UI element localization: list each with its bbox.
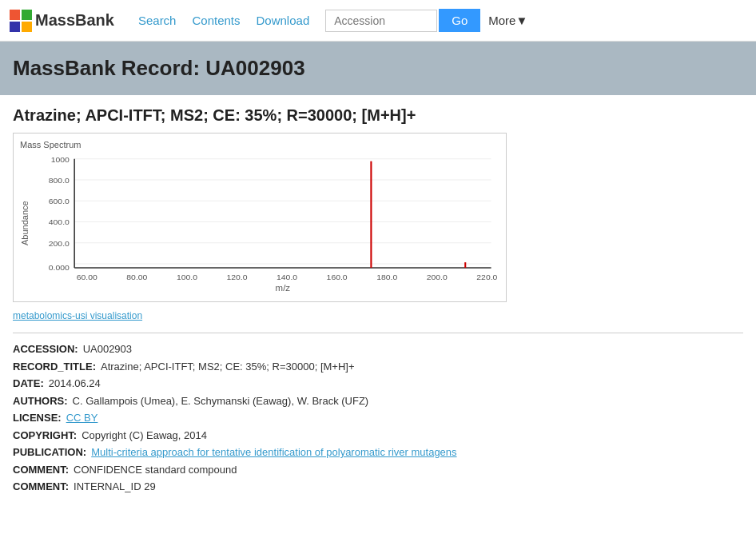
svg-rect-2	[10, 22, 20, 32]
svg-text:200.0: 200.0	[49, 239, 70, 248]
comment1-value: CONFIDENCE standard compound	[74, 462, 237, 478]
navbar: MassBank Search Contents Download Go Mor…	[0, 0, 756, 42]
date-value: 2014.06.24	[49, 376, 101, 392]
svg-text:140.0: 140.0	[277, 273, 297, 281]
accession-key: ACCESSION:	[13, 341, 78, 357]
svg-text:180.0: 180.0	[376, 273, 397, 281]
svg-text:160.0: 160.0	[327, 273, 348, 281]
svg-text:80.00: 80.00	[126, 273, 147, 281]
metadata-record-title-row: RECORD_TITLE: Atrazine; APCI-ITFT; MS2; …	[13, 359, 743, 375]
metadata-copyright-row: COPYRIGHT: Copyright (C) Eawag, 2014	[13, 428, 743, 444]
metadata-section: ACCESSION: UA002903 RECORD_TITLE: Atrazi…	[13, 333, 743, 495]
metadata-accession-row: ACCESSION: UA002903	[13, 341, 743, 357]
page-title: MassBank Record: UA002903	[13, 56, 743, 81]
nav-search-link[interactable]: Search	[138, 14, 177, 27]
svg-text:400.0: 400.0	[49, 218, 70, 227]
svg-text:800.0: 800.0	[49, 176, 70, 185]
page-title-bar: MassBank Record: UA002903	[0, 42, 756, 95]
publication-key: PUBLICATION:	[13, 444, 86, 460]
svg-text:600.0: 600.0	[49, 197, 70, 205]
authors-value: C. Gallampois (Umea), E. Schymanski (Eaw…	[73, 393, 369, 409]
svg-text:100.0: 100.0	[177, 273, 197, 281]
accession-input[interactable]	[325, 10, 437, 32]
comment2-value: INTERNAL_ID 29	[74, 479, 156, 495]
chart-container: Mass Spectrum Abundance 1000 800	[13, 133, 507, 302]
authors-key: AUTHORS:	[13, 393, 68, 409]
main-content: Atrazine; APCI-ITFT; MS2; CE: 35%; R=300…	[0, 95, 756, 508]
logo-text: MassBank	[35, 11, 114, 30]
usi-visualisation-link[interactable]: metabolomics-usi visualisation	[13, 310, 142, 321]
metadata-license-row: LICENSE: CC BY	[13, 410, 743, 426]
svg-text:200.0: 200.0	[427, 273, 448, 281]
chart-label: Mass Spectrum	[20, 140, 499, 149]
metadata-comment2-row: COMMENT: INTERNAL_ID 29	[13, 479, 743, 495]
nav-contents-link[interactable]: Contents	[192, 14, 240, 27]
license-key: LICENSE:	[13, 410, 62, 426]
svg-rect-1	[22, 10, 32, 20]
license-link[interactable]: CC BY	[66, 410, 98, 426]
copyright-value: Copyright (C) Eawag, 2014	[82, 428, 207, 444]
comment1-key: COMMENT:	[13, 462, 69, 478]
chart-plot-area: 1000 800.0 600.0 400.0 200.0 0.000 60.00…	[33, 151, 499, 295]
svg-text:0.000: 0.000	[49, 263, 70, 272]
accession-value: UA002903	[83, 341, 132, 357]
chart-inner: Abundance 1000 800.0 600.0	[20, 151, 499, 295]
more-button[interactable]: More▼	[488, 14, 527, 27]
svg-text:1000: 1000	[51, 155, 70, 164]
comment2-key: COMMENT:	[13, 479, 69, 495]
date-key: DATE:	[13, 376, 44, 392]
publication-link[interactable]: Multi-criteria approach for tentative id…	[91, 444, 456, 460]
nav-download-link[interactable]: Download	[257, 14, 310, 27]
spectrum-svg: 1000 800.0 600.0 400.0 200.0 0.000 60.00…	[33, 151, 499, 295]
copyright-key: COPYRIGHT:	[13, 428, 77, 444]
record-title-key: RECORD_TITLE:	[13, 359, 96, 375]
record-title-value: Atrazine; APCI-ITFT; MS2; CE: 35%; R=300…	[101, 359, 355, 375]
logo-link[interactable]: MassBank	[10, 10, 114, 32]
metadata-date-row: DATE: 2014.06.24	[13, 376, 743, 392]
metadata-publication-row: PUBLICATION: Multi-criteria approach for…	[13, 444, 743, 460]
metadata-comment1-row: COMMENT: CONFIDENCE standard compound	[13, 462, 743, 478]
y-axis-label: Abundance	[20, 151, 30, 295]
svg-text:220.0: 220.0	[476, 273, 497, 281]
massbank-logo-icon	[10, 10, 32, 32]
svg-text:120.0: 120.0	[226, 273, 247, 281]
go-button[interactable]: Go	[439, 9, 480, 32]
svg-rect-3	[22, 22, 32, 32]
svg-text:60.00: 60.00	[77, 273, 97, 281]
svg-text:m/z: m/z	[276, 283, 291, 293]
record-title: Atrazine; APCI-ITFT; MS2; CE: 35%; R=300…	[13, 106, 743, 125]
svg-rect-0	[10, 10, 20, 20]
metadata-authors-row: AUTHORS: C. Gallampois (Umea), E. Schyma…	[13, 393, 743, 409]
